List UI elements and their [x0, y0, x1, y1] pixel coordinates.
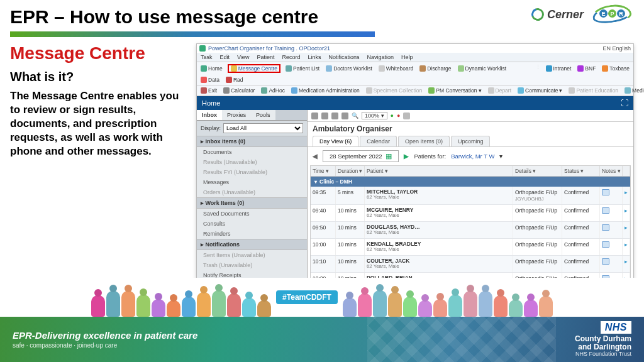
person-illustration [373, 290, 387, 317]
data-link[interactable]: Data [199, 77, 221, 83]
clipboard-icon[interactable] [341, 112, 348, 119]
patient-education-button[interactable]: Patient Education [567, 87, 619, 94]
person-illustration [197, 292, 211, 317]
specimen-button[interactable]: Specimen Collection [365, 87, 423, 94]
close-icon[interactable]: ● [397, 112, 400, 119]
calculator-button[interactable]: Calculator [222, 87, 256, 94]
person-illustration [494, 295, 508, 317]
sidebar-tab-proxies[interactable]: Proxies [222, 110, 251, 120]
communicate-button[interactable]: Communicate ▾ [516, 87, 564, 94]
person-illustration [343, 298, 357, 317]
bnf-link[interactable]: BNF [576, 64, 597, 73]
menu-edit[interactable]: Edit [220, 54, 230, 60]
sidebar-item[interactable]: Messages [197, 177, 307, 187]
menu-notifications[interactable]: Notifications [328, 54, 359, 60]
date-picker[interactable]: 28 September 2022▦ [323, 150, 399, 162]
settings-icon[interactable] [403, 112, 410, 119]
sidebar-item[interactable]: Results FYI (Unavailable) [197, 167, 307, 177]
column-header[interactable]: Status ▾ [562, 166, 600, 176]
sidebar-item[interactable]: Sent Items (Unavailable) [197, 250, 307, 260]
prev-day-button[interactable]: ◀ [313, 153, 318, 160]
intranet-link[interactable]: Intranet [545, 64, 573, 73]
view-tab-calendar[interactable]: Calendar [360, 136, 397, 146]
message-centre-button[interactable]: Message Centre [228, 64, 280, 73]
note-icon[interactable] [602, 258, 609, 265]
title-accent-bar [10, 31, 375, 37]
patients-for-label: Patients for: [414, 153, 446, 160]
sidebar-item[interactable]: Results (Unavailable) [197, 157, 307, 167]
print-icon[interactable] [311, 112, 318, 119]
adhoc-button[interactable]: AdHoc [260, 87, 286, 94]
footer-subline: safe · compassionate · joined-up care [13, 342, 197, 349]
note-icon[interactable] [602, 189, 609, 195]
sidebar-tab-pools[interactable]: Pools [251, 110, 275, 120]
module-title: Ambulatory Organiser [308, 122, 633, 136]
sidebar-item[interactable]: Consults [197, 219, 307, 229]
copy-icon[interactable] [331, 112, 338, 119]
sidebar-section-header[interactable]: ▸ Notifications [197, 239, 307, 250]
note-icon[interactable] [602, 207, 609, 214]
appointment-row[interactable]: 09:355 minsMITCHELL, TAYLOR62 Years, Mal… [311, 187, 630, 205]
appointment-row[interactable]: 09:4010 minsMCGUIRE, HENRY62 Years, Male… [311, 205, 630, 222]
explanation-column: Message Centre What is it? The Message C… [10, 43, 185, 293]
powerchart-screenshot: PowerChart Organiser for Training . OPDo… [196, 43, 634, 293]
view-tab-open-items[interactable]: Open Items (0) [398, 136, 450, 146]
person-illustration [212, 290, 226, 317]
search-icon[interactable]: 🔍 [352, 112, 358, 119]
menu-help[interactable]: Help [401, 54, 413, 60]
sidebar-tabs: InboxProxiesPools [197, 110, 307, 121]
home-icon [201, 65, 207, 72]
patient-list-button[interactable]: Patient List [284, 64, 321, 73]
column-header[interactable]: Duration ▾ [336, 166, 365, 176]
display-select[interactable]: Load All [223, 123, 303, 133]
menu-task[interactable]: Task [201, 54, 213, 60]
view-tab-upcoming[interactable]: Upcoming [451, 136, 491, 146]
sidebar-item[interactable]: Documents [197, 147, 307, 157]
clinic-group-header[interactable]: ▾Clinic – DMH [311, 177, 630, 187]
column-header[interactable]: Notes ▾ [600, 166, 623, 176]
medadmin-button[interactable]: Medication Administration [290, 87, 361, 94]
column-header[interactable]: Patient ▾ [365, 166, 513, 176]
save-icon[interactable] [321, 112, 328, 119]
note-icon[interactable] [602, 224, 609, 231]
doctors-worklist-button[interactable]: Doctors Worklist [325, 64, 374, 73]
column-header[interactable]: Details ▾ [513, 166, 562, 176]
appointment-row[interactable]: 10:0010 minsKENDALL, BRADLEY62 Years, Ma… [311, 239, 630, 256]
depart-button[interactable]: Depart [487, 87, 513, 94]
dynamic-worklist-button[interactable]: Dynamic Worklist [457, 64, 508, 73]
discharge-button[interactable]: Discharge [418, 64, 452, 73]
sidebar-tab-inbox[interactable]: Inbox [197, 110, 222, 120]
expand-icon[interactable]: ⛶ [621, 99, 628, 107]
exit-button[interactable]: Exit [199, 87, 218, 94]
person-illustration [539, 296, 553, 317]
sidebar-section-header[interactable]: ▸ Work Items (0) [197, 197, 307, 209]
list-icon [286, 65, 292, 72]
sidebar-item[interactable]: Orders (Unavailable) [197, 187, 307, 197]
appointment-row[interactable]: 10:1010 minsCOULTER, JACK62 Years, MaleO… [311, 256, 630, 273]
note-icon[interactable] [602, 241, 609, 248]
sidebar-item[interactable]: Saved Documents [197, 209, 307, 219]
view-tab-day-view[interactable]: Day View (6) [313, 136, 358, 146]
toxbase-link[interactable]: Toxbase [601, 64, 631, 73]
menu-patient[interactable]: Patient [257, 54, 274, 60]
appointment-row[interactable]: 09:5010 minsDOUGLASS, HAYD…62 Years, Mal… [311, 222, 630, 239]
rad-link[interactable]: Rad [225, 77, 245, 83]
menu-view[interactable]: View [237, 54, 249, 60]
menu-record[interactable]: Record [282, 54, 300, 60]
home-button[interactable]: Home [199, 64, 224, 73]
zoom-select[interactable]: 100% ▾ [362, 112, 387, 119]
medical-record-button[interactable]: Medical Record Rec [623, 87, 644, 94]
menu-navigation[interactable]: Navigation [367, 54, 394, 60]
column-header[interactable]: Time ▾ [311, 166, 336, 176]
sidebar-section-header[interactable]: ▸ Inbox Items (0) [197, 136, 307, 147]
menu-links[interactable]: Links [308, 54, 321, 60]
rad-icon [226, 77, 232, 83]
sidebar-item[interactable]: Reminders [197, 229, 307, 239]
check-icon[interactable]: ● [391, 112, 394, 119]
pmconv-button[interactable]: PM Conversation ▾ [427, 87, 482, 94]
column-header[interactable] [623, 166, 630, 176]
next-day-button[interactable]: ▶ [404, 153, 409, 160]
sidebar-item[interactable]: Trash (Unavailable) [197, 260, 307, 270]
whiteboard-button[interactable]: Whiteboard [377, 64, 414, 73]
person-illustration [227, 293, 241, 317]
